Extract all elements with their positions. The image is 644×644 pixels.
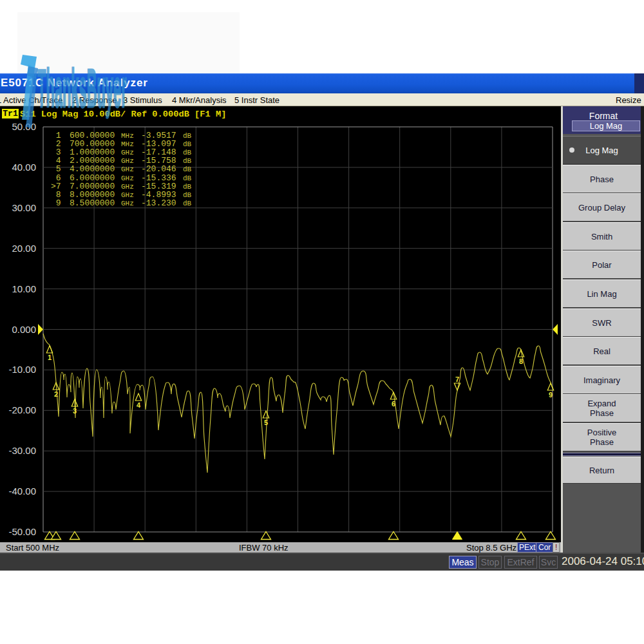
svg-text:10.00: 10.00: [12, 283, 36, 294]
svg-text:GHz: GHz: [121, 191, 134, 199]
svg-text:MHz: MHz: [121, 132, 134, 140]
svg-text:GHz: GHz: [121, 175, 134, 182]
svg-text:3: 3: [73, 407, 77, 415]
svg-text:GHz: GHz: [121, 166, 134, 173]
svg-text:dB: dB: [183, 157, 192, 165]
svg-text:dB: dB: [183, 175, 192, 182]
svg-text:9: 9: [549, 391, 553, 399]
svg-text:6: 6: [392, 400, 395, 408]
svg-text:MHz: MHz: [121, 140, 134, 148]
svg-text:dB: dB: [183, 191, 192, 199]
svg-text:dB: dB: [183, 132, 192, 140]
svg-text:8.5000000: 8.5000000: [70, 198, 115, 208]
svg-text:9: 9: [51, 198, 61, 208]
svg-text:-10.00: -10.00: [8, 364, 36, 375]
svg-text:8: 8: [519, 357, 523, 365]
svg-text:50.00: 50.00: [12, 121, 36, 132]
svg-text:dB: dB: [183, 149, 192, 156]
svg-text:1: 1: [48, 354, 52, 361]
svg-text:GHz: GHz: [121, 149, 134, 156]
svg-text:-30.00: -30.00: [8, 445, 36, 456]
svg-text:dB: dB: [183, 200, 192, 207]
svg-text:4: 4: [137, 401, 141, 409]
svg-text:dB: dB: [183, 140, 192, 148]
svg-text:dB: dB: [183, 183, 192, 191]
svg-text:-20.00: -20.00: [8, 404, 36, 415]
svg-text:40.00: 40.00: [12, 162, 36, 173]
svg-text:0.000: 0.000: [12, 324, 36, 335]
svg-text:GHz: GHz: [121, 183, 134, 191]
svg-text:GHz: GHz: [121, 200, 134, 207]
svg-text:20.00: 20.00: [12, 243, 36, 254]
svg-text:GHz: GHz: [121, 157, 134, 165]
svg-text:-40.00: -40.00: [8, 486, 36, 497]
svg-text:dB: dB: [183, 166, 192, 173]
svg-text:-13.230: -13.230: [141, 198, 176, 208]
svg-text:30.00: 30.00: [12, 202, 36, 213]
svg-text:7: 7: [455, 375, 459, 383]
svg-text:2: 2: [54, 390, 58, 398]
svg-text:-50.00: -50.00: [8, 526, 36, 537]
svg-text:5: 5: [264, 419, 268, 426]
